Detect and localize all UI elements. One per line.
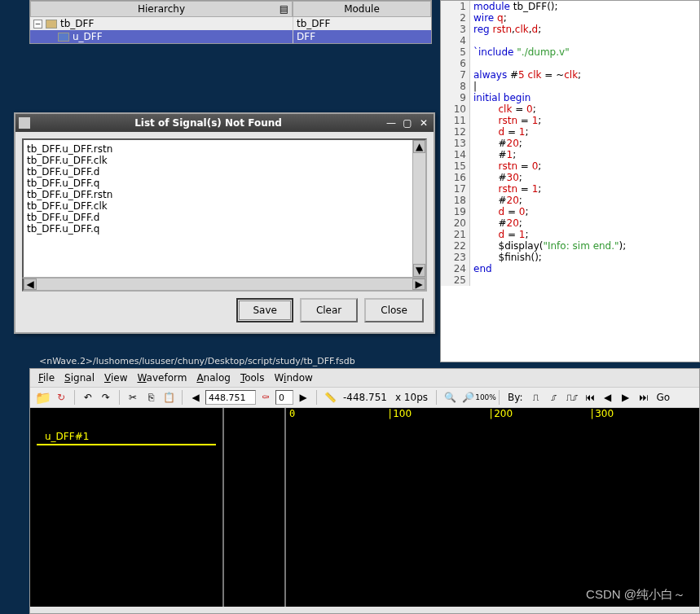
code-line[interactable]: 18 #20;: [441, 195, 699, 206]
falling-edge-icon[interactable]: ⎎: [546, 389, 562, 406]
close-icon[interactable]: ✕: [417, 117, 430, 129]
line-number: 18: [441, 195, 470, 206]
tree-minus-icon[interactable]: −: [33, 20, 42, 29]
marker-icon[interactable]: ⚰: [258, 389, 274, 406]
menu-signal[interactable]: Signal: [64, 372, 95, 384]
code-line[interactable]: 22 $display("Info: sim end.");: [441, 240, 699, 252]
go-next-icon[interactable]: ▶: [618, 389, 634, 406]
vertical-scrollbar[interactable]: ▲ ▼: [412, 140, 425, 277]
line-number: 5: [441, 46, 470, 58]
code-line[interactable]: 23 $finish();: [441, 252, 699, 263]
horizontal-scrollbar[interactable]: ◀ ▶: [22, 278, 427, 292]
code-line[interactable]: 7always #5 clk = ~clk;: [441, 69, 699, 81]
waveform-canvas[interactable]: 0 |100 |200 |300: [284, 408, 699, 607]
hierarchy-module: tb_DFF: [293, 17, 431, 30]
code-content: always #5 clk = ~clk;: [470, 69, 581, 81]
menu-waveform[interactable]: Waveform: [137, 372, 187, 384]
line-number: 20: [441, 217, 470, 229]
code-line[interactable]: 24end: [441, 263, 699, 274]
go-first-icon[interactable]: ⏮: [582, 389, 598, 406]
code-line[interactable]: 19 d = 0;: [441, 206, 699, 217]
line-number: 2: [441, 12, 470, 24]
cut-icon[interactable]: ✂: [125, 389, 141, 406]
code-line[interactable]: 2wire q;: [441, 12, 699, 24]
close-button[interactable]: Close: [364, 298, 424, 322]
code-line[interactable]: 3reg rstn,clk,d;: [441, 24, 699, 35]
code-content: #20;: [470, 195, 522, 206]
code-line[interactable]: 21 d = 1;: [441, 229, 699, 240]
rising-edge-icon[interactable]: ⎍: [528, 389, 544, 406]
open-file-icon[interactable]: 📁: [35, 389, 51, 406]
next-edge-icon[interactable]: ▶: [295, 389, 311, 406]
signals-not-found-dialog: List of Signal(s) Not Found — ▢ ✕ tb_DFF…: [14, 112, 435, 334]
scroll-right-icon[interactable]: ▶: [412, 278, 425, 290]
minimize-icon[interactable]: —: [385, 117, 398, 129]
code-line[interactable]: 20 #20;: [441, 217, 699, 229]
code-line[interactable]: 25: [441, 274, 699, 286]
signal-list-item[interactable]: tb_DFF.u_DFF.d: [27, 212, 422, 223]
code-line[interactable]: 13 #20;: [441, 138, 699, 149]
code-content: wire q;: [470, 12, 507, 24]
code-line[interactable]: 6: [441, 58, 699, 69]
hierarchy-col-header[interactable]: Hierarchy ▤: [30, 1, 293, 17]
scroll-down-icon[interactable]: ▼: [413, 264, 425, 277]
scroll-up-icon[interactable]: ▲: [413, 140, 425, 153]
menu-analog[interactable]: Analog: [196, 372, 230, 384]
menu-file[interactable]: File: [38, 372, 55, 384]
code-line[interactable]: 4: [441, 35, 699, 46]
code-line[interactable]: 8|: [441, 81, 699, 92]
save-button[interactable]: Save: [236, 298, 293, 322]
signal-list-item[interactable]: tb_DFF.u_DFF.rstn: [27, 189, 422, 200]
tick-200: |200: [488, 408, 513, 419]
module-col-header[interactable]: Module: [293, 1, 431, 17]
reload-icon[interactable]: ↻: [53, 389, 69, 406]
signal-list-item[interactable]: tb_DFF.u_DFF.rstn: [27, 143, 422, 155]
time-ruler: 0 |100 |200 |300: [286, 408, 699, 421]
code-line[interactable]: 10 clk = 0;: [441, 103, 699, 115]
maximize-icon[interactable]: ▢: [401, 117, 414, 129]
go-prev-icon[interactable]: ◀: [600, 389, 616, 406]
undo-icon[interactable]: ↶: [80, 389, 96, 406]
signal-row[interactable]: u_DFF#1: [37, 424, 216, 445]
redo-icon[interactable]: ↷: [98, 389, 114, 406]
both-edge-icon[interactable]: ⎍⎎: [564, 389, 580, 406]
copy-icon[interactable]: ⎘: [143, 389, 159, 406]
code-editor[interactable]: 1module tb_DFF();2wire q;3reg rstn,clk,d…: [440, 0, 700, 362]
code-line[interactable]: 17 rstn = 1;: [441, 183, 699, 195]
signal-values-pane[interactable]: [222, 408, 284, 607]
ruler-icon[interactable]: 📏: [322, 389, 338, 406]
signal-list-item[interactable]: tb_DFF.u_DFF.clk: [27, 200, 422, 212]
code-line[interactable]: 15 rstn = 0;: [441, 160, 699, 172]
line-number: 15: [441, 160, 470, 172]
prev-edge-icon[interactable]: ◀: [187, 389, 204, 406]
menu-window[interactable]: Window: [274, 372, 312, 384]
paste-icon[interactable]: 📋: [161, 389, 177, 406]
zoom-out-icon[interactable]: 🔍: [442, 389, 458, 406]
value-input[interactable]: [275, 390, 293, 405]
signal-list-item[interactable]: tb_DFF.u_DFF.clk: [27, 155, 422, 166]
signals-listbox[interactable]: tb_DFF.u_DFF.rstntb_DFF.u_DFF.clktb_DFF.…: [22, 138, 427, 278]
code-line[interactable]: 11 rstn = 1;: [441, 115, 699, 126]
code-line[interactable]: 5`include "./dump.v": [441, 46, 699, 58]
menu-tools[interactable]: Tools: [240, 372, 265, 384]
zoom-in-icon[interactable]: 🔎: [460, 389, 476, 406]
code-line[interactable]: 16 #30;: [441, 172, 699, 183]
signal-list-item[interactable]: tb_DFF.u_DFF.q: [27, 223, 422, 235]
go-last-icon[interactable]: ⏭: [636, 389, 652, 406]
code-line[interactable]: 9initial begin: [441, 92, 699, 103]
clear-button[interactable]: Clear: [300, 298, 358, 322]
time-input[interactable]: [205, 390, 256, 405]
code-line[interactable]: 12 d = 1;: [441, 126, 699, 138]
hierarchy-row-u-dff[interactable]: u_DFF DFF: [30, 30, 431, 43]
signal-list-item[interactable]: tb_DFF.u_DFF.q: [27, 178, 422, 189]
zoom-100-icon[interactable]: 100%: [478, 389, 494, 406]
menu-view[interactable]: View: [104, 372, 127, 384]
signal-list-item[interactable]: tb_DFF.u_DFF.d: [27, 166, 422, 178]
code-line[interactable]: 14 #1;: [441, 149, 699, 160]
code-line[interactable]: 1module tb_DFF();: [441, 1, 699, 12]
signal-names-pane[interactable]: u_DFF#1: [30, 408, 222, 607]
collapse-icon[interactable]: ▤: [280, 3, 288, 15]
scroll-left-icon[interactable]: ◀: [24, 278, 37, 290]
dialog-titlebar[interactable]: List of Signal(s) Not Found — ▢ ✕: [15, 114, 434, 132]
hierarchy-row-tb-dff[interactable]: − tb_DFF tb_DFF: [30, 17, 431, 30]
